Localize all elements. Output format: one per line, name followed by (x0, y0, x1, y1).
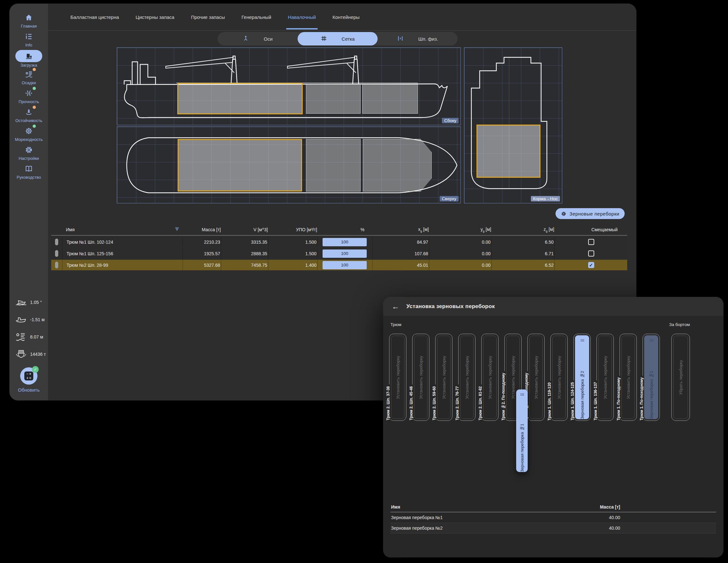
strength-icon (25, 88, 33, 99)
tab-other-stores[interactable]: Прочие запасы (190, 5, 226, 29)
warning-badge (33, 106, 36, 109)
bulkhead-mass: 40.00 (579, 526, 620, 531)
hold-2-top-selected[interactable] (178, 139, 302, 191)
frames-icon (397, 35, 404, 43)
table-row-hold2-selected[interactable]: Трюм №2 Шп. 28-99 5327.68 7458.75 1.400 … (51, 260, 627, 270)
row-drag-handle[interactable] (55, 250, 58, 257)
shiftable-checkbox[interactable] (588, 239, 594, 245)
hold-name: Трюм №2 Шп. 28-99 (67, 262, 182, 268)
sidebar-item-drafts[interactable]: Осадки (10, 69, 48, 88)
sidebar-item-label: Загрузка (20, 63, 37, 68)
sort-icon[interactable] (174, 226, 180, 233)
sidebar-item-info[interactable]: Info (10, 31, 48, 50)
install-bulkhead-target[interactable]: Установить переборку (621, 336, 635, 419)
column-header-zg: zg [м] (491, 227, 554, 233)
ship-status-summary: 1.05 ° -1.51 м 8.07 м (10, 294, 48, 393)
remove-bulkhead-target[interactable]: Убрать переборку (673, 336, 688, 419)
sidebar-item-stability[interactable]: Остойчивость (10, 107, 48, 125)
install-bulkhead-target[interactable]: Установить переборку (391, 336, 404, 419)
install-bulkhead-target[interactable]: Установить переборку (483, 336, 497, 419)
sidebar-item-label: Мореходность (15, 137, 43, 142)
bulkhead-slot: Трюм 1. По-походному Установить переборк… (620, 334, 637, 421)
install-bulkhead-target[interactable]: Установить переборку (460, 336, 474, 419)
grain-bulkheads-button[interactable]: Зерновые переборки (556, 208, 625, 219)
top-view-label[interactable]: Сверху (440, 196, 459, 201)
top-view-panel: Сверху (117, 126, 461, 203)
sidebar-item-loading[interactable]: Загрузка (10, 50, 48, 69)
bulkhead-item[interactable]: ⠿ Зерновая переборка №2 (575, 335, 589, 419)
bulkhead-slot: Трюм №2. По-походному Установить перебор… (527, 334, 545, 421)
table-row-hold1a[interactable]: Трюм №1 Шп. 102-124 2210.23 3315.35 1.50… (51, 237, 627, 247)
hold-2-section-selected[interactable] (476, 125, 540, 178)
column-header-xg: xg [м] (372, 227, 429, 233)
hold-caption: Трюм (390, 322, 401, 327)
install-bulkhead-target[interactable]: Установить переборку (437, 336, 451, 419)
column-header-name: Имя (390, 504, 579, 510)
install-bulkhead-target[interactable]: Установить переборку (552, 336, 566, 419)
gear-icon (561, 211, 566, 216)
toggle-frames[interactable]: Шп. физ. (378, 32, 458, 45)
toggle-grid-label: Сетка (342, 36, 355, 42)
calculator-icon: − ×+ = (24, 372, 33, 381)
update-section: − ×+ = ✓ Обновить (10, 367, 48, 393)
section-view-label[interactable]: Корма→Нос (531, 196, 560, 201)
sidebar-item-strength[interactable]: Прочность (10, 88, 48, 107)
column-header-mass: Масса [т] (182, 227, 221, 232)
bulkhead-item-ghost[interactable]: ⠿ Зерновая переборка №1 (644, 335, 658, 419)
bulkhead-item-label: Зерновая переборка №2 (580, 343, 585, 419)
sidebar-item-label: Настройки (19, 156, 39, 161)
hold-1a-side[interactable] (306, 84, 361, 114)
mass-value: 2210.23 (182, 237, 221, 247)
hold-name: Трюм №1 Шп. 102-124 (67, 239, 182, 245)
row-drag-handle[interactable] (55, 261, 58, 268)
row-drag-handle[interactable] (55, 238, 58, 245)
back-icon[interactable]: ← (392, 303, 399, 310)
hold-1a-top[interactable] (306, 139, 361, 191)
hold-1b-side[interactable] (362, 84, 418, 114)
hold-1b-top[interactable] (363, 139, 432, 191)
column-header-volume: V [м^3] (221, 227, 268, 232)
hold-2-side-selected[interactable] (177, 83, 303, 114)
slot-zone-label: Трюм 2. Шп. 81-82 (478, 385, 483, 422)
dragged-bulkhead-item[interactable]: ⠿ Зерновая переборка №1 (516, 390, 528, 472)
tab-bulk[interactable]: Навалочный (287, 5, 317, 29)
tab-general[interactable]: Генеральный (240, 5, 273, 29)
install-bulkhead-target[interactable]: Установить переборку (414, 336, 428, 419)
ok-badge (33, 125, 36, 128)
drafts-icon (25, 69, 33, 80)
fill-percent-button[interactable]: 100 (323, 238, 367, 246)
recalculate-button[interactable]: − ×+ = ✓ (20, 367, 37, 385)
side-view-label[interactable]: Сбоку (442, 118, 459, 123)
displacement-value: 14436 т (30, 352, 46, 357)
install-bulkhead-target[interactable]: Установить переборку (598, 336, 612, 419)
slot-zone-label: Трюм 2. Шп. 76-77 (455, 385, 460, 422)
tab-stores-tanks[interactable]: Цистерны запаса (134, 5, 176, 29)
slot-zone-label: Трюм №2. По-походному (501, 371, 506, 422)
table-header: Имя Масса [т] V [м^3] УПО [м³/т] % xg [м… (51, 224, 627, 236)
xg-value: 45.01 (372, 260, 429, 270)
grain-bulkheads-label: Зерновые переборки (570, 211, 620, 216)
toggle-grid[interactable]: Сетка (298, 32, 378, 45)
draft-status: 8.07 м (10, 328, 48, 346)
axes-icon (243, 35, 249, 43)
toggle-axes[interactable]: Оси (218, 32, 298, 45)
sidebar-item-manual[interactable]: Руководство (10, 163, 48, 182)
shiftable-checkbox[interactable] (588, 250, 594, 256)
fill-percent-button[interactable]: 100 (323, 249, 367, 258)
fill-percent-button[interactable]: 100 (323, 261, 367, 269)
bulkhead-slot: Трюм 1. Шп. 119-120 Установить переборку (550, 334, 568, 421)
sidebar-item-settings[interactable]: Настройки (10, 144, 48, 163)
check-badge: ✓ (32, 366, 39, 373)
tab-ballast[interactable]: Балластная цистерна (69, 5, 120, 29)
drag-handle-icon: ⠿ (520, 393, 524, 396)
sidebar-item-home[interactable]: Главная (10, 12, 48, 31)
bulkhead-mass: 40.00 (579, 515, 620, 520)
tab-containers[interactable]: Контейнеры (331, 5, 361, 29)
bulkhead-slot: Трюм 2. Шп. 37-38 Установить переборку (389, 334, 406, 421)
volume-value: 3315.35 (221, 237, 268, 247)
shiftable-checkbox[interactable]: ✓ (588, 262, 594, 268)
home-icon (25, 12, 33, 23)
sidebar-item-seakeeping[interactable]: Мореходность (10, 125, 48, 144)
install-bulkhead-target[interactable]: Установить переборку (529, 336, 543, 419)
table-row-hold1b[interactable]: Трюм №1 Шп. 125-156 1925.57 2888.35 1.50… (51, 248, 627, 259)
